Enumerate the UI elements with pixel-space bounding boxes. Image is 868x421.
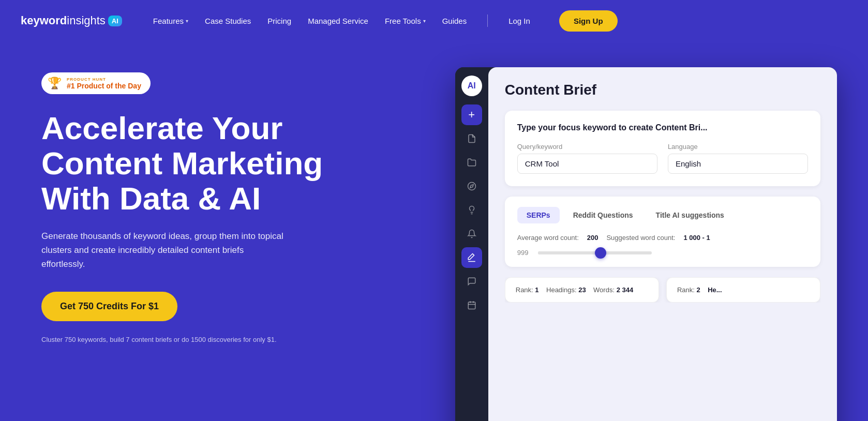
tab-reddit[interactable]: Reddit Questions [564,207,642,223]
result-card-2-meta: Rank: 2 He... [677,286,810,294]
ph-label: PRODUCT HUNT [67,77,141,82]
hero-left: 🏆 PRODUCT HUNT #1 Product of the Day Acc… [41,62,455,421]
app-content: Content Brief Type your focus keyword to… [488,67,837,421]
sidebar-btn-bulb[interactable] [461,200,482,220]
hero-right: AI + [455,62,837,421]
nav-link-case-studies[interactable]: Case Studies [205,17,251,25]
logo-text: keywordinsights [21,14,106,27]
nav-divider [487,14,488,27]
slider-thumb[interactable] [595,247,606,259]
content-brief-title: Content Brief [505,82,820,98]
ph-title: #1 Product of the Day [67,82,141,90]
trophy-icon: 🏆 [48,77,62,90]
slider-track[interactable] [538,251,652,254]
suggested-label: Suggested word count: [606,234,675,242]
language-input[interactable] [668,154,808,174]
logo-badge: AI [108,16,122,26]
cta-button[interactable]: Get 750 Credits For $1 [41,292,177,321]
sidebar-btn-doc[interactable] [461,128,482,149]
tab-title-ai[interactable]: Title AI suggestions [647,207,734,223]
result-card-1: Rank: 1 Headings: 23 Words: 2 344 [505,277,659,303]
slider-min-label: 999 [517,249,533,257]
language-label: Language [668,143,808,151]
sidebar-btn-bell[interactable] [461,223,482,244]
sidebar-logo: AI [461,76,482,96]
sidebar-btn-compass[interactable] [461,176,482,197]
nav-link-pricing[interactable]: Pricing [267,17,291,25]
result-cards: Rank: 1 Headings: 23 Words: 2 344 Rank: … [505,277,820,303]
sidebar-btn-edit[interactable] [461,247,482,268]
signup-button[interactable]: Sign Up [559,10,618,32]
navigation: keywordinsights AI Features ▾ Case Studi… [0,0,868,41]
result-card-1-meta: Rank: 1 Headings: 23 Words: 2 344 [516,286,648,294]
chevron-down-icon: ▾ [186,18,188,24]
keyword-label: Query/keyword [517,143,657,151]
hero-heading: Accelerate Your Content Marketing With D… [41,111,455,217]
result-card-2: Rank: 2 He... [666,277,820,303]
app-sidebar: AI + [455,67,488,421]
svg-rect-6 [468,302,475,309]
nav-links: Features ▾ Case Studies Pricing Managed … [153,10,847,32]
word-count-row: Average word count: 200 Suggested word c… [517,234,808,242]
sidebar-btn-folder[interactable] [461,152,482,173]
sidebar-btn-calendar[interactable] [461,295,482,315]
form-row: Query/keyword Language [517,143,808,174]
form-section: Type your focus keyword to create Conten… [505,111,820,186]
nav-link-free-tools[interactable]: Free Tools ▾ [385,17,426,25]
svg-marker-4 [468,254,474,260]
svg-point-0 [468,183,475,190]
nav-link-managed-service[interactable]: Managed Service [308,17,368,25]
avg-value: 200 [587,234,598,242]
nav-link-guides[interactable]: Guides [442,17,467,25]
tabs-section: SERPs Reddit Questions Title AI suggesti… [505,197,820,267]
tab-serps[interactable]: SERPs [517,207,560,223]
hero-subtext: Generate thousands of keyword ideas, gro… [41,229,290,272]
language-group: Language [668,143,808,174]
tabs-row: SERPs Reddit Questions Title AI suggesti… [517,207,808,223]
login-link[interactable]: Log In [508,17,530,25]
slider-container: 999 [517,249,808,257]
app-mockup: AI + [455,67,837,421]
nav-link-features[interactable]: Features ▾ [153,17,188,25]
chevron-down-icon: ▾ [423,18,426,24]
suggested-value: 1 000 - 1 [683,234,710,242]
hero-section: 🏆 PRODUCT HUNT #1 Product of the Day Acc… [0,41,868,421]
hero-footnote: Cluster 750 keywords, build 7 content br… [41,336,455,343]
keyword-group: Query/keyword [517,143,657,174]
keyword-input[interactable] [517,154,657,174]
svg-marker-1 [470,185,473,188]
avg-label: Average word count: [517,234,579,242]
sidebar-btn-add[interactable]: + [461,104,482,125]
product-hunt-badge: 🏆 PRODUCT HUNT #1 Product of the Day [41,72,151,94]
form-subtitle: Type your focus keyword to create Conten… [517,123,808,132]
sidebar-btn-chat[interactable] [461,271,482,292]
logo[interactable]: keywordinsights AI [21,14,122,27]
